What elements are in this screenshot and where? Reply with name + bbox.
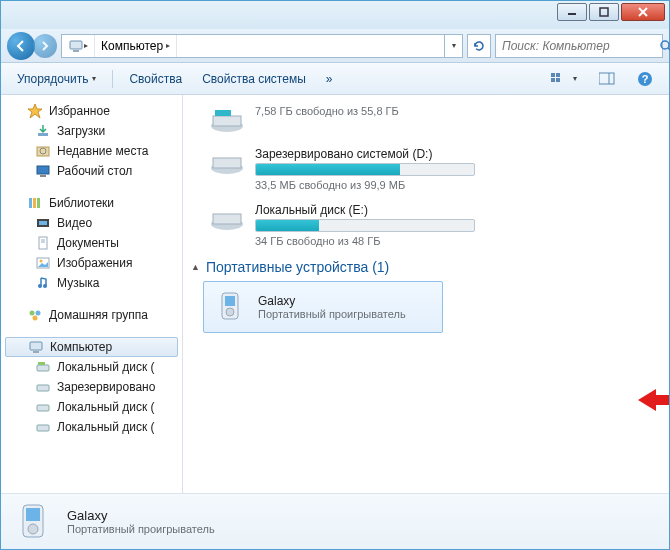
- svg-rect-17: [38, 133, 48, 136]
- sidebar-group-computer: Компьютер Локальный диск ( Зарезервирова…: [1, 337, 182, 437]
- search-box[interactable]: [495, 34, 663, 58]
- svg-marker-16: [28, 104, 42, 118]
- sidebar-head-libraries[interactable]: Библиотеки: [1, 193, 182, 213]
- view-options-button[interactable]: ▾: [543, 68, 585, 90]
- sidebar-head-homegroup[interactable]: Домашняя группа: [1, 305, 182, 325]
- address-computer-icon[interactable]: ▸: [62, 35, 95, 57]
- details-name: Galaxy: [67, 508, 215, 523]
- device-name: Galaxy: [258, 294, 406, 308]
- svg-rect-11: [556, 78, 560, 82]
- sidebar-head-favorites[interactable]: Избранное: [1, 101, 182, 121]
- sidebar-item-music[interactable]: Музыка: [1, 273, 182, 293]
- drive-name: Локальный диск (E:): [255, 203, 495, 217]
- drive-info: Зарезервировано системой (D:) 33,5 МБ св…: [255, 147, 495, 191]
- portable-player-icon: [214, 290, 248, 324]
- usage-bar: [255, 219, 475, 232]
- recent-icon: [35, 143, 51, 159]
- address-bar[interactable]: ▸ Компьютер ▸ ▾: [61, 34, 463, 58]
- toolbar-overflow-button[interactable]: »: [318, 68, 341, 90]
- drive-icon: [209, 147, 245, 177]
- sidebar-item-drive[interactable]: Локальный диск (: [1, 417, 182, 437]
- sidebar-item-drive[interactable]: Локальный диск (: [1, 397, 182, 417]
- drive-item[interactable]: 7,58 ГБ свободно из 55,8 ГБ: [209, 105, 659, 135]
- sidebar-group-favorites: Избранное Загрузки Недавние места Рабочи…: [1, 101, 182, 181]
- svg-rect-39: [37, 365, 49, 371]
- device-type: Портативный проигрыватель: [258, 308, 406, 320]
- svg-rect-10: [551, 78, 555, 82]
- sidebar-item-recent[interactable]: Недавние места: [1, 141, 182, 161]
- svg-rect-40: [38, 362, 45, 365]
- drive-icon: [209, 203, 245, 233]
- svg-rect-41: [37, 385, 49, 391]
- main-pane[interactable]: 7,58 ГБ свободно из 55,8 ГБ Зарезервиров…: [183, 95, 669, 493]
- details-type: Портативный проигрыватель: [67, 523, 215, 535]
- drive-name: Зарезервировано системой (D:): [255, 147, 495, 161]
- drive-item[interactable]: Локальный диск (E:) 34 ГБ свободно из 48…: [209, 203, 659, 247]
- nav-row: ▸ Компьютер ▸ ▾: [1, 29, 669, 63]
- drive-item[interactable]: Зарезервировано системой (D:) 33,5 МБ св…: [209, 147, 659, 191]
- minimize-button[interactable]: [557, 3, 587, 21]
- svg-rect-5: [73, 50, 79, 52]
- refresh-button[interactable]: [467, 34, 491, 58]
- libraries-icon: [27, 195, 43, 211]
- search-icon[interactable]: [659, 39, 670, 53]
- sidebar-item-downloads[interactable]: Загрузки: [1, 121, 182, 141]
- svg-rect-38: [33, 351, 39, 353]
- chevron-right-icon: ▸: [166, 41, 170, 50]
- forward-button[interactable]: [33, 34, 57, 58]
- svg-marker-54: [638, 389, 669, 411]
- explorer-window: ▸ Компьютер ▸ ▾ Упорядочить ▾ Свойства С…: [0, 0, 670, 550]
- address-history-dropdown[interactable]: ▾: [444, 35, 462, 57]
- svg-rect-52: [225, 296, 235, 306]
- close-button[interactable]: [621, 3, 665, 21]
- svg-rect-21: [40, 175, 46, 177]
- svg-rect-8: [551, 73, 555, 77]
- sidebar-item-desktop[interactable]: Рабочий стол: [1, 161, 182, 181]
- collapse-icon: [12, 342, 22, 352]
- chevron-down-icon: ▾: [573, 74, 577, 83]
- computer-icon: [68, 38, 84, 54]
- sidebar-item-video[interactable]: Видео: [1, 213, 182, 233]
- preview-pane-button[interactable]: [591, 68, 623, 90]
- category-portable-devices[interactable]: ▲ Портативные устройства (1): [191, 259, 659, 275]
- details-text: Galaxy Портативный проигрыватель: [67, 508, 215, 535]
- star-icon: [27, 103, 43, 119]
- device-item-galaxy[interactable]: Galaxy Портативный проигрыватель: [203, 281, 443, 333]
- video-icon: [35, 215, 51, 231]
- breadcrumb-computer[interactable]: Компьютер ▸: [95, 35, 177, 57]
- sidebar-item-drive[interactable]: Зарезервировано: [1, 377, 182, 397]
- organize-button[interactable]: Упорядочить ▾: [9, 68, 104, 90]
- navigation-pane[interactable]: Избранное Загрузки Недавние места Рабочи…: [1, 95, 183, 493]
- sidebar-group-libraries: Библиотеки Видео Документы Изображения М…: [1, 193, 182, 293]
- sidebar-item-pictures[interactable]: Изображения: [1, 253, 182, 273]
- maximize-button[interactable]: [589, 3, 619, 21]
- sidebar-label: Компьютер: [50, 340, 112, 354]
- separator: [112, 70, 113, 88]
- svg-rect-46: [215, 110, 231, 116]
- computer-icon: [28, 339, 44, 355]
- sidebar-group-homegroup: Домашняя группа: [1, 305, 182, 325]
- drive-icon: [35, 419, 51, 435]
- svg-rect-37: [30, 342, 42, 350]
- collapse-icon: [11, 106, 21, 116]
- system-properties-button[interactable]: Свойства системы: [194, 68, 314, 90]
- category-label: Портативные устройства (1): [206, 259, 389, 275]
- breadcrumb-label: Компьютер: [101, 39, 163, 53]
- properties-button[interactable]: Свойства: [121, 68, 190, 90]
- help-button[interactable]: ?: [629, 67, 661, 91]
- back-button[interactable]: [7, 32, 35, 60]
- sidebar-item-documents[interactable]: Документы: [1, 233, 182, 253]
- sidebar-item-drive[interactable]: Локальный диск (: [1, 357, 182, 377]
- svg-rect-43: [37, 425, 49, 431]
- svg-text:?: ?: [642, 73, 649, 85]
- svg-rect-56: [26, 508, 40, 521]
- drive-icon: [209, 105, 245, 135]
- search-input[interactable]: [496, 39, 659, 53]
- drive-icon: [35, 379, 51, 395]
- sidebar-head-computer[interactable]: Компьютер: [5, 337, 178, 357]
- svg-rect-12: [599, 73, 614, 84]
- download-icon: [35, 123, 51, 139]
- device-info: Galaxy Портативный проигрыватель: [258, 294, 406, 320]
- collapse-icon: [11, 310, 21, 320]
- documents-icon: [35, 235, 51, 251]
